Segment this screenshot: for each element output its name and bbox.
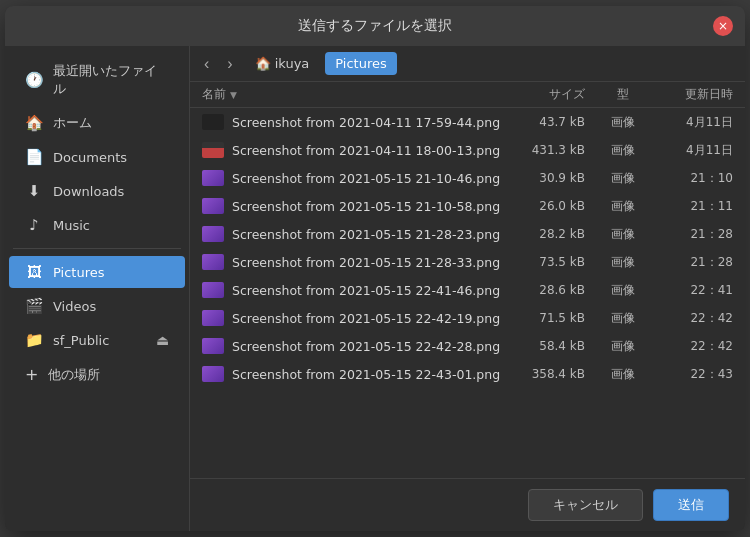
breadcrumb-icon-home: 🏠 — [255, 56, 271, 71]
column-name[interactable]: 名前 ▼ — [202, 86, 503, 103]
file-type: 画像 — [593, 170, 653, 187]
sidebar-item-pictures[interactable]: 🖼Pictures — [9, 256, 185, 288]
file-thumbnail — [202, 226, 224, 242]
file-date: 4月11日 — [653, 142, 733, 159]
table-row[interactable]: Screenshot from 2021-05-15 21-28-23.png2… — [190, 220, 745, 248]
eject-button[interactable]: ⏏ — [156, 332, 169, 348]
forward-button[interactable]: › — [221, 53, 238, 75]
file-name: Screenshot from 2021-04-11 18-00-13.png — [232, 143, 500, 158]
table-row[interactable]: Screenshot from 2021-04-11 17-59-44.png4… — [190, 108, 745, 136]
file-name-cell: Screenshot from 2021-04-11 17-59-44.png — [202, 114, 503, 130]
table-row[interactable]: Screenshot from 2021-04-11 18-00-13.png4… — [190, 136, 745, 164]
sidebar-item-music[interactable]: ♪Music — [9, 209, 185, 241]
file-size: 28.2 kB — [503, 227, 593, 241]
file-date: 22：41 — [653, 282, 733, 299]
documents-icon: 📄 — [25, 148, 43, 166]
breadcrumb-home[interactable]: 🏠ikuya — [245, 52, 320, 75]
thumbnail-image — [202, 170, 224, 186]
cancel-button[interactable]: キャンセル — [528, 489, 643, 521]
file-name-cell: Screenshot from 2021-04-11 18-00-13.png — [202, 142, 503, 158]
sidebar-item-recent[interactable]: 🕐最近開いたファイル — [9, 55, 185, 105]
thumbnail-image — [202, 114, 224, 130]
sidebar-item-documents[interactable]: 📄Documents — [9, 141, 185, 173]
file-thumbnail — [202, 254, 224, 270]
file-type: 画像 — [593, 114, 653, 131]
file-thumbnail — [202, 198, 224, 214]
sidebar-item-sf_public[interactable]: 📁sf_Public⏏ — [9, 324, 185, 356]
file-thumbnail — [202, 114, 224, 130]
file-size: 43.7 kB — [503, 115, 593, 129]
table-row[interactable]: Screenshot from 2021-05-15 21-28-33.png7… — [190, 248, 745, 276]
sidebar-label-recent: 最近開いたファイル — [53, 62, 169, 98]
music-icon: ♪ — [25, 216, 43, 234]
file-name: Screenshot from 2021-05-15 21-10-58.png — [232, 199, 500, 214]
close-button[interactable]: × — [713, 16, 733, 36]
file-name-cell: Screenshot from 2021-05-15 21-28-33.png — [202, 254, 503, 270]
file-chooser-dialog: 送信するファイルを選択 × 🕐最近開いたファイル🏠ホーム📄Documents⬇D… — [5, 6, 745, 531]
sidebar-label-pictures: Pictures — [53, 265, 104, 280]
back-button[interactable]: ‹ — [198, 53, 215, 75]
sidebar-add-location[interactable]: +他の場所 — [9, 358, 185, 391]
breadcrumb-label-home: ikuya — [275, 56, 310, 71]
file-name: Screenshot from 2021-05-15 22-41-46.png — [232, 283, 500, 298]
sort-icon: ▼ — [230, 90, 237, 100]
file-size: 358.4 kB — [503, 367, 593, 381]
file-date: 21：11 — [653, 198, 733, 215]
file-date: 21：10 — [653, 170, 733, 187]
file-size: 58.4 kB — [503, 339, 593, 353]
file-thumbnail — [202, 338, 224, 354]
file-date: 21：28 — [653, 226, 733, 243]
file-list-header: 名前 ▼ サイズ 型 更新日時 — [190, 82, 745, 108]
sidebar-item-home[interactable]: 🏠ホーム — [9, 107, 185, 139]
add-label: 他の場所 — [48, 366, 100, 384]
sidebar-separator — [13, 248, 181, 249]
column-type[interactable]: 型 — [593, 86, 653, 103]
file-name-cell: Screenshot from 2021-05-15 22-41-46.png — [202, 282, 503, 298]
breadcrumb-label-pictures: Pictures — [335, 56, 386, 71]
file-type: 画像 — [593, 198, 653, 215]
thumbnail-image — [202, 254, 224, 270]
file-name-cell: Screenshot from 2021-05-15 21-10-58.png — [202, 198, 503, 214]
column-date[interactable]: 更新日時 — [653, 86, 733, 103]
file-type: 画像 — [593, 282, 653, 299]
file-thumbnail — [202, 310, 224, 326]
file-name: Screenshot from 2021-05-15 21-10-46.png — [232, 171, 500, 186]
file-date: 22：42 — [653, 310, 733, 327]
file-name-cell: Screenshot from 2021-05-15 21-10-46.png — [202, 170, 503, 186]
file-name: Screenshot from 2021-05-15 21-28-33.png — [232, 255, 500, 270]
file-name: Screenshot from 2021-05-15 22-42-28.png — [232, 339, 500, 354]
table-row[interactable]: Screenshot from 2021-05-15 22-41-46.png2… — [190, 276, 745, 304]
thumbnail-image — [202, 310, 224, 326]
add-icon: + — [25, 365, 38, 384]
file-name: Screenshot from 2021-05-15 22-43-01.png — [232, 367, 500, 382]
file-type: 画像 — [593, 338, 653, 355]
content-area: 🕐最近開いたファイル🏠ホーム📄Documents⬇Downloads♪Music… — [5, 46, 745, 531]
file-name: Screenshot from 2021-05-15 22-42-19.png — [232, 311, 500, 326]
file-thumbnail — [202, 282, 224, 298]
table-row[interactable]: Screenshot from 2021-05-15 21-10-58.png2… — [190, 192, 745, 220]
table-row[interactable]: Screenshot from 2021-05-15 22-42-28.png5… — [190, 332, 745, 360]
table-row[interactable]: Screenshot from 2021-05-15 22-42-19.png7… — [190, 304, 745, 332]
thumbnail-image — [202, 142, 224, 158]
file-name-cell: Screenshot from 2021-05-15 22-43-01.png — [202, 366, 503, 382]
sidebar-item-videos[interactable]: 🎬Videos — [9, 290, 185, 322]
table-row[interactable]: Screenshot from 2021-05-15 22-43-01.png3… — [190, 360, 745, 388]
file-size: 26.0 kB — [503, 199, 593, 213]
breadcrumb-pictures[interactable]: Pictures — [325, 52, 396, 75]
file-size: 431.3 kB — [503, 143, 593, 157]
send-button[interactable]: 送信 — [653, 489, 729, 521]
sidebar: 🕐最近開いたファイル🏠ホーム📄Documents⬇Downloads♪Music… — [5, 46, 190, 531]
sidebar-item-downloads[interactable]: ⬇Downloads — [9, 175, 185, 207]
table-row[interactable]: Screenshot from 2021-05-15 21-10-46.png3… — [190, 164, 745, 192]
file-thumbnail — [202, 366, 224, 382]
file-type: 画像 — [593, 366, 653, 383]
thumbnail-image — [202, 282, 224, 298]
file-name-cell: Screenshot from 2021-05-15 21-28-23.png — [202, 226, 503, 242]
file-size: 30.9 kB — [503, 171, 593, 185]
column-size[interactable]: サイズ — [503, 86, 593, 103]
footer: キャンセル 送信 — [190, 478, 745, 531]
videos-icon: 🎬 — [25, 297, 43, 315]
file-name-cell: Screenshot from 2021-05-15 22-42-19.png — [202, 310, 503, 326]
dialog-title: 送信するファイルを選択 — [298, 17, 452, 35]
file-type: 画像 — [593, 310, 653, 327]
